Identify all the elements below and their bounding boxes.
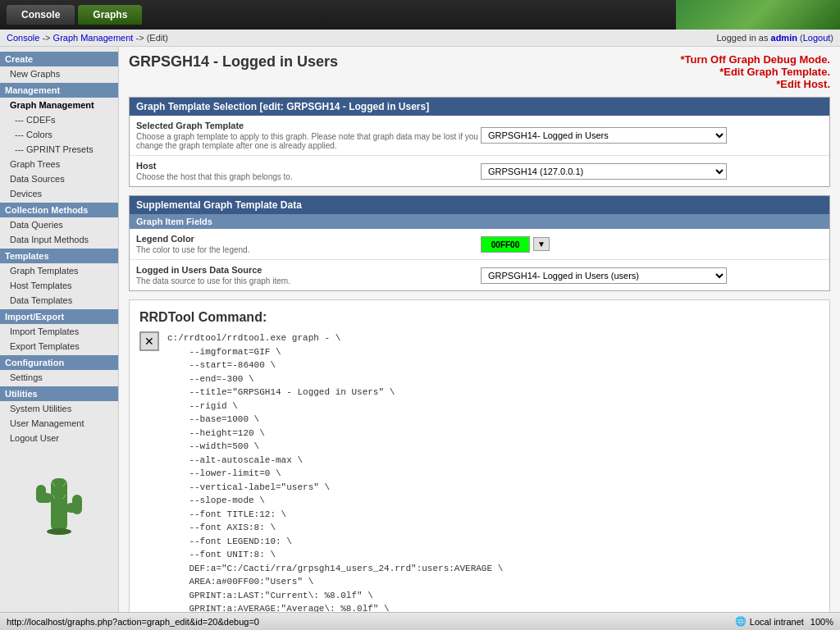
selected-graph-template-control: GRPSGH14- Logged in Users [481,127,823,144]
legend-color-label-col: Legend Color The color to use for the le… [136,234,481,254]
edit-host-link[interactable]: *Edit Host. [681,78,830,90]
page-title: GRPSGH14 - Logged in Users [129,53,338,71]
rrdtool-command-text: c:/rrdtool/rrdtool.exe graph - \ --imgfo… [167,331,503,628]
graphs-tab[interactable]: Graphs [78,5,142,25]
host-select[interactable]: GRPSGH14 (127.0.0.1) [481,163,727,180]
breadcrumb-sep1: -> [42,33,52,43]
host-desc: Choose the host that this graph belongs … [136,172,481,181]
breadcrumb-graph-management[interactable]: Graph Management [53,33,134,43]
breadcrumb-sep2: -> [135,33,146,43]
header-decoration [676,0,840,30]
sidebar-section-collection: Collection Methods [0,203,118,217]
svg-point-9 [47,528,71,535]
legend-color-control: 00FF00 ▼ [481,236,823,253]
turn-off-debug-link[interactable]: *Turn Off Graph Debug Mode. [681,53,830,66]
host-label: Host [136,161,481,171]
sidebar-item-data-queries[interactable]: Data Queries [0,217,118,232]
edit-template-link[interactable]: *Edit Graph Template. [681,66,830,78]
sidebar-item-gprint-presets[interactable]: --- GPRINT Presets [0,142,118,157]
supplemental-data-header: Supplemental Graph Template Data [130,196,829,214]
sidebar-item-graph-trees[interactable]: Graph Trees [0,157,118,171]
sidebar-item-export-templates[interactable]: Export Templates [0,339,118,354]
sidebar-item-new-graphs[interactable]: New Graphs [0,66,118,81]
rrdtool-section: RRDTool Command: ✕ c:/rrdtool/rrdtool.ex… [129,299,830,628]
color-dropdown-button[interactable]: ▼ [533,237,550,251]
sidebar-item-settings[interactable]: Settings [0,370,118,385]
svg-rect-2 [36,485,46,503]
breadcrumb-console[interactable]: Console [7,33,39,43]
host-row: Host Choose the host that this graph bel… [130,156,829,186]
data-source-desc: The data source to use for this graph it… [136,276,481,285]
sidebar-item-data-input-methods[interactable]: Data Input Methods [0,232,118,247]
color-swatch: 00FF00 [481,236,530,253]
selected-graph-template-desc: Choose a graph template to apply to this… [136,132,481,150]
selected-graph-template-row: Selected Graph Template Choose a graph t… [130,116,829,156]
data-source-select[interactable]: GRPSGH14- Logged in Users (users) [481,267,727,284]
graph-item-fields-header: Graph Item Fields [130,214,829,229]
graph-template-selection-section: Graph Template Selection [edit: GRPSGH14… [129,97,830,187]
main-layout: Create New Graphs Management Graph Manag… [0,47,840,628]
status-bar: http://localhost/graphs.php?action=graph… [0,612,840,628]
sidebar-item-import-templates[interactable]: Import Templates [0,324,118,339]
cactus-logo [0,445,118,562]
sidebar-section-utilities: Utilities [0,386,118,401]
sidebar: Create New Graphs Management Graph Manag… [0,47,119,628]
sidebar-item-user-management[interactable]: User Management [0,416,118,431]
selected-graph-template-label-col: Selected Graph Template Choose a graph t… [136,121,481,150]
sidebar-section-create: Create [0,52,118,66]
rrdtool-command-title: RRDTool Command: [139,310,819,325]
zoom-level: 100% [810,617,833,627]
status-zone: 🌐 Local intranet [735,616,804,627]
breadcrumb-bar: Console -> Graph Management -> (Edit) Lo… [0,30,840,47]
host-label-col: Host Choose the host that this graph bel… [136,161,481,181]
legend-color-row: Legend Color The color to use for the le… [130,229,829,260]
top-navigation: Console Graphs [0,0,840,30]
legend-color-desc: The color to use for the legend. [136,245,481,254]
zone-label: Local intranet [750,617,804,627]
data-source-control: GRPSGH14- Logged in Users (users) [481,267,823,284]
breadcrumb-current: (Edit) [147,33,168,43]
data-source-row: Logged in Users Data Source The data sou… [130,260,829,290]
sidebar-item-devices[interactable]: Devices [0,186,118,201]
graph-template-selection-header: Graph Template Selection [edit: GRPSGH14… [130,98,829,116]
status-url: http://localhost/graphs.php?action=graph… [7,617,259,627]
logout-link[interactable]: Logout [803,33,831,43]
svg-rect-4 [72,495,82,514]
host-control: GRPSGH14 (127.0.0.1) [481,163,823,180]
selected-graph-template-select[interactable]: GRPSGH14- Logged in Users [481,127,727,144]
sidebar-item-cdefs[interactable]: --- CDEFs [0,112,118,127]
sidebar-section-templates: Templates [0,249,118,263]
breadcrumb: Console -> Graph Management -> (Edit) [7,33,168,43]
image-placeholder[interactable]: ✕ [139,331,159,351]
sidebar-item-data-sources[interactable]: Data Sources [0,171,118,186]
color-select-wrap: 00FF00 ▼ [481,236,823,253]
action-links: *Turn Off Graph Debug Mode. *Edit Graph … [681,53,830,90]
zone-icon: 🌐 [735,616,746,627]
data-source-label: Logged in Users Data Source [136,265,481,275]
sidebar-item-host-templates[interactable]: Host Templates [0,278,118,293]
supplemental-data-section: Supplemental Graph Template Data Graph I… [129,195,830,291]
data-source-label-col: Logged in Users Data Source The data sou… [136,265,481,285]
main-content: GRPSGH14 - Logged in Users *Turn Off Gra… [119,47,840,628]
status-right: 🌐 Local intranet 100% [735,616,833,627]
sidebar-item-system-utilities[interactable]: System Utilities [0,401,118,416]
legend-color-label: Legend Color [136,234,481,244]
sidebar-section-import-export: Import/Export [0,309,118,324]
sidebar-section-configuration: Configuration [0,355,118,370]
sidebar-item-logout-user[interactable]: Logout User [0,431,118,445]
admin-link[interactable]: admin [771,33,797,43]
login-status: Logged in as admin (Logout) [716,33,833,43]
svg-rect-0 [51,478,67,532]
page-title-area: GRPSGH14 - Logged in Users *Turn Off Gra… [129,53,830,90]
sidebar-item-graph-templates[interactable]: Graph Templates [0,263,118,278]
selected-graph-template-label: Selected Graph Template [136,121,481,130]
sidebar-item-data-templates[interactable]: Data Templates [0,293,118,308]
sidebar-item-graph-management[interactable]: Graph Management [0,98,118,112]
console-tab[interactable]: Console [7,5,75,25]
sidebar-item-colors[interactable]: --- Colors [0,127,118,142]
sidebar-section-management: Management [0,83,118,98]
